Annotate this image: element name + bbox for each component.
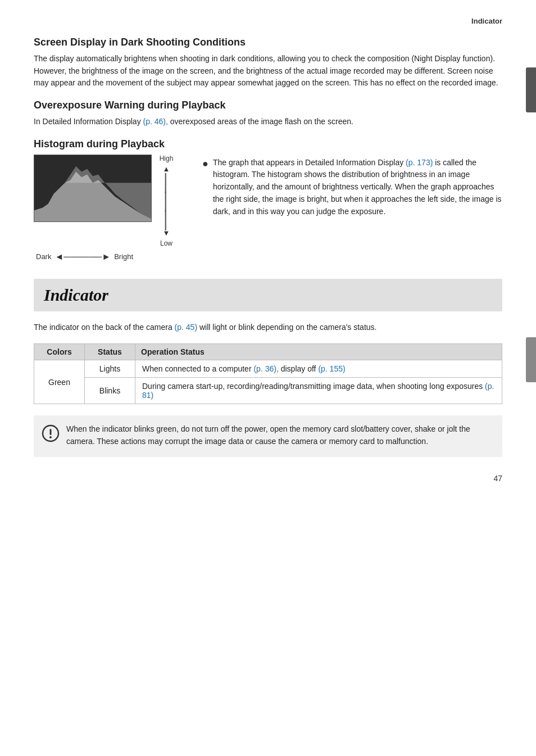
arrow-label-low: Low [160,239,172,247]
warning-text: When the indicator blinks green, do not … [66,423,492,447]
indicator-body: The indicator on the back of the camera … [34,322,502,334]
overexposure-heading: Overexposure Warning during Playback [34,99,502,111]
table-header-colors: Colors [34,344,85,360]
arrow-label-high: High [160,155,174,162]
operation-link1[interactable]: (p. 36), [253,364,278,373]
histogram-heading: Histogram during Playback [34,138,502,150]
histogram-bullet: ● The graph that appears in Detailed Inf… [202,157,502,218]
page-wrapper: Indicator Screen Display in Dark Shootin… [0,0,536,505]
bullet-dot: ● [202,157,208,171]
table-row: Green Lights When connected to a compute… [34,360,502,378]
histogram-layout: High ▲ │││ ▼ Low Dark ◄──────► Bright [34,155,502,262]
indicator-table: Colors Status Operation Status Green Lig… [34,343,502,404]
indicator-body-link[interactable]: (p. 45) [175,323,197,332]
table-cell-operation-lights: When connected to a computer (p. 36), di… [135,360,502,378]
table-header-status: Status [85,344,135,360]
svg-rect-4 [50,429,52,435]
table-cell-colors: Green [34,360,85,404]
overexposure-body: In Detailed Information Display (p. 46),… [34,116,502,128]
right-tab-upper [526,67,536,112]
table-cell-status-lights: Lights [85,360,135,378]
histogram-right: ● The graph that appears in Detailed Inf… [202,155,502,218]
label-dark: Dark [36,252,51,261]
horizontal-arrow: ◄──────► [54,252,111,262]
overexposure-link[interactable]: (p. 46), [143,117,168,126]
table-cell-operation-blinks: During camera start-up, recording/readin… [135,378,502,404]
label-bright: Bright [114,252,133,261]
section-histogram: Histogram during Playback [34,138,502,262]
operation-link2[interactable]: (p. 155) [318,364,345,373]
section-overexposure: Overexposure Warning during Playback In … [34,99,502,128]
histogram-description: The graph that appears in Detailed Infor… [213,157,502,218]
warning-icon [42,424,60,449]
dark-bright-row: Dark ◄──────► Bright [34,252,133,262]
vertical-arrow: ▲ │││ ▼ [161,165,172,237]
histogram-arrow-col: High ▲ │││ ▼ Low [155,155,178,247]
table-row: Blinks During camera start-up, recording… [34,378,502,404]
section-dark-shooting: Screen Display in Dark Shooting Conditio… [34,37,502,89]
dark-shooting-heading: Screen Display in Dark Shooting Conditio… [34,37,502,48]
svg-point-5 [49,436,52,438]
table-cell-status-blinks: Blinks [85,378,135,404]
indicator-heading: Indicator [44,286,492,305]
histogram-canvas [34,155,152,222]
histogram-left: High ▲ │││ ▼ Low Dark ◄──────► Bright [34,155,185,262]
breadcrumb: Indicator [34,17,502,25]
page-number: 47 [34,474,502,483]
dark-shooting-body: The display automatically brightens when… [34,53,502,89]
indicator-heading-bar: Indicator [34,279,502,311]
right-tab-lower [526,337,536,382]
table-header-operation: Operation Status [135,344,502,360]
histogram-link[interactable]: (p. 173) [406,158,433,167]
warning-box: When the indicator blinks green, do not … [34,415,502,456]
histogram-diagram: High ▲ │││ ▼ Low [34,155,178,247]
